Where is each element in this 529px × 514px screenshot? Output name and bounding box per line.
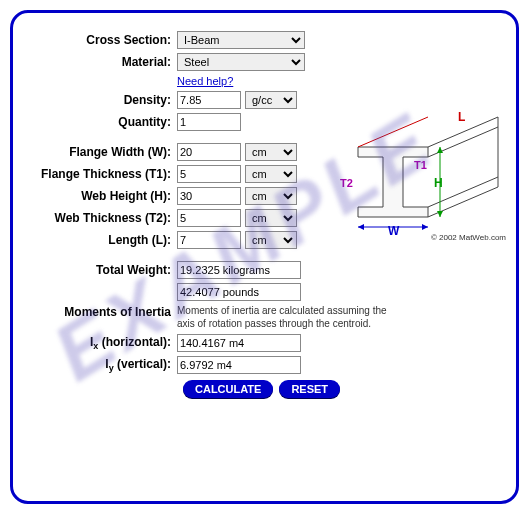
output-iy	[177, 356, 301, 374]
label-material: Material:	[27, 55, 177, 69]
need-help-link[interactable]: Need help?	[177, 75, 233, 87]
output-weight-kg	[177, 261, 301, 279]
select-flange-thickness-unit[interactable]: cm	[245, 165, 297, 183]
calculate-button[interactable]: CALCULATE	[183, 380, 273, 398]
label-quantity: Quantity:	[27, 115, 177, 129]
svg-text:H: H	[434, 176, 443, 190]
label-web-height: Web Height (H):	[27, 189, 177, 203]
select-cross-section[interactable]: I-Beam	[177, 31, 305, 49]
input-flange-thickness[interactable]	[177, 165, 241, 183]
reset-button[interactable]: RESET	[279, 380, 340, 398]
svg-text:W: W	[388, 224, 400, 238]
svg-marker-15	[437, 147, 443, 153]
label-web-thickness: Web Thickness (T2):	[27, 211, 177, 225]
svg-line-5	[358, 117, 428, 147]
select-web-thickness-unit[interactable]: cm	[245, 209, 297, 227]
label-moi: Moments of Inertia	[27, 305, 177, 319]
moi-note: Moments of inertia are calculated assumi…	[177, 305, 407, 330]
label-iy: Iy (vertical):	[27, 357, 177, 373]
label-total-weight: Total Weight:	[27, 263, 177, 277]
svg-text:T1: T1	[414, 159, 427, 171]
input-web-thickness[interactable]	[177, 209, 241, 227]
output-ix	[177, 334, 301, 352]
select-length-unit[interactable]: cm	[245, 231, 297, 249]
svg-marker-16	[437, 211, 443, 217]
label-flange-width: Flange Width (W):	[27, 145, 177, 159]
select-web-height-unit[interactable]: cm	[245, 187, 297, 205]
input-density[interactable]	[177, 91, 241, 109]
svg-text:T2: T2	[340, 177, 353, 189]
input-flange-width[interactable]	[177, 143, 241, 161]
input-quantity[interactable]	[177, 113, 241, 131]
i-beam-diagram: L T1 T2 H W	[318, 107, 508, 247]
output-weight-lb	[177, 283, 301, 301]
calculator-frame: EXAMPLE Cross Section: I-Beam Material: …	[10, 10, 519, 504]
label-flange-thickness: Flange Thickness (T1):	[27, 167, 177, 181]
label-cross-section: Cross Section:	[27, 33, 177, 47]
label-length: Length (L):	[27, 233, 177, 247]
label-ix: Ix (horizontal):	[27, 335, 177, 351]
copyright-text: © 2002 MatWeb.com	[431, 233, 506, 242]
svg-marker-13	[422, 224, 428, 230]
input-length[interactable]	[177, 231, 241, 249]
select-flange-width-unit[interactable]: cm	[245, 143, 297, 161]
select-material[interactable]: Steel	[177, 53, 305, 71]
label-density: Density:	[27, 93, 177, 107]
svg-text:L: L	[458, 110, 465, 124]
svg-marker-12	[358, 224, 364, 230]
select-density-unit[interactable]: g/cc	[245, 91, 297, 109]
input-web-height[interactable]	[177, 187, 241, 205]
